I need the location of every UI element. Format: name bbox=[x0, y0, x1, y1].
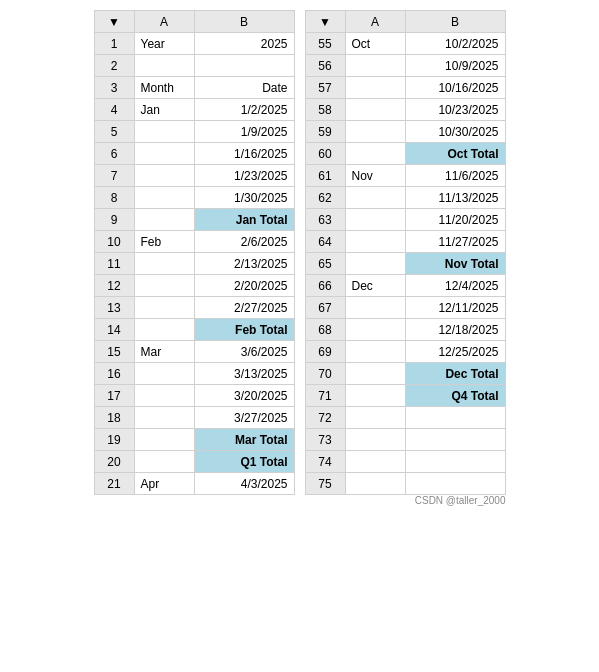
cell-b: 1/2/2025 bbox=[194, 99, 294, 121]
row-number: 63 bbox=[305, 209, 345, 231]
table-row: 55Oct10/2/2025 bbox=[305, 33, 505, 55]
table-row: 6411/27/2025 bbox=[305, 231, 505, 253]
cell-b: Feb Total bbox=[194, 319, 294, 341]
cell-a bbox=[134, 187, 194, 209]
cell-a: Year bbox=[134, 33, 194, 55]
row-number: 71 bbox=[305, 385, 345, 407]
table-row: 122/20/2025 bbox=[94, 275, 294, 297]
cell-b: Dec Total bbox=[405, 363, 505, 385]
cell-a: Mar bbox=[134, 341, 194, 363]
table-row: 21Apr4/3/2025 bbox=[94, 473, 294, 495]
cell-b: 12/4/2025 bbox=[405, 275, 505, 297]
row-number: 61 bbox=[305, 165, 345, 187]
row-number: 74 bbox=[305, 451, 345, 473]
row-number: 65 bbox=[305, 253, 345, 275]
table-row: 15Mar3/6/2025 bbox=[94, 341, 294, 363]
row-number: 13 bbox=[94, 297, 134, 319]
table-row: 6912/25/2025 bbox=[305, 341, 505, 363]
cell-a bbox=[345, 253, 405, 275]
cell-a bbox=[345, 319, 405, 341]
cell-b: 10/23/2025 bbox=[405, 99, 505, 121]
row-number: 1 bbox=[94, 33, 134, 55]
cell-b: 2/6/2025 bbox=[194, 231, 294, 253]
cell-a bbox=[134, 319, 194, 341]
cell-b: 2/27/2025 bbox=[194, 297, 294, 319]
row-number: 6 bbox=[94, 143, 134, 165]
cell-a bbox=[134, 429, 194, 451]
cell-a bbox=[134, 275, 194, 297]
cell-b bbox=[405, 451, 505, 473]
cell-a: Feb bbox=[134, 231, 194, 253]
cell-b: 1/16/2025 bbox=[194, 143, 294, 165]
row-number: 5 bbox=[94, 121, 134, 143]
cell-a bbox=[134, 209, 194, 231]
cell-a bbox=[134, 297, 194, 319]
row-number: 4 bbox=[94, 99, 134, 121]
table-row: 3MonthDate bbox=[94, 77, 294, 99]
col-header-a-left: A bbox=[134, 11, 194, 33]
cell-a bbox=[345, 363, 405, 385]
cell-b: 12/18/2025 bbox=[405, 319, 505, 341]
cell-a bbox=[345, 473, 405, 495]
cell-b: 10/30/2025 bbox=[405, 121, 505, 143]
table-row: 1Year2025 bbox=[94, 33, 294, 55]
table-row: 65Nov Total bbox=[305, 253, 505, 275]
cell-a bbox=[345, 341, 405, 363]
table-row: 9Jan Total bbox=[94, 209, 294, 231]
table-row: 183/27/2025 bbox=[94, 407, 294, 429]
cell-a bbox=[345, 385, 405, 407]
cell-a bbox=[345, 187, 405, 209]
cell-b: 2/20/2025 bbox=[194, 275, 294, 297]
table-row: 4Jan1/2/2025 bbox=[94, 99, 294, 121]
row-number: 19 bbox=[94, 429, 134, 451]
row-number: 21 bbox=[94, 473, 134, 495]
row-number: 57 bbox=[305, 77, 345, 99]
row-number: 9 bbox=[94, 209, 134, 231]
cell-b: 11/27/2025 bbox=[405, 231, 505, 253]
table-row: 6712/11/2025 bbox=[305, 297, 505, 319]
table-row: 112/13/2025 bbox=[94, 253, 294, 275]
cell-a bbox=[345, 99, 405, 121]
row-number: 59 bbox=[305, 121, 345, 143]
table-row: 20Q1 Total bbox=[94, 451, 294, 473]
cell-b: Date bbox=[194, 77, 294, 99]
row-number: 60 bbox=[305, 143, 345, 165]
cell-b: 3/13/2025 bbox=[194, 363, 294, 385]
table-row: 81/30/2025 bbox=[94, 187, 294, 209]
row-number: 72 bbox=[305, 407, 345, 429]
row-number: 64 bbox=[305, 231, 345, 253]
table-row: 163/13/2025 bbox=[94, 363, 294, 385]
row-number: 58 bbox=[305, 99, 345, 121]
table-row: 6311/20/2025 bbox=[305, 209, 505, 231]
cell-b: Jan Total bbox=[194, 209, 294, 231]
right-table: ▼ A B 55Oct10/2/20255610/9/20255710/16/2… bbox=[305, 10, 506, 495]
cell-b: 11/13/2025 bbox=[405, 187, 505, 209]
table-row: 19Mar Total bbox=[94, 429, 294, 451]
cell-a bbox=[345, 55, 405, 77]
table-row: 2 bbox=[94, 55, 294, 77]
cell-a bbox=[134, 121, 194, 143]
cell-b bbox=[405, 407, 505, 429]
row-number: 17 bbox=[94, 385, 134, 407]
table-row: 60Oct Total bbox=[305, 143, 505, 165]
cell-a bbox=[134, 407, 194, 429]
row-number: 3 bbox=[94, 77, 134, 99]
watermark-text: CSDN @taller_2000 bbox=[305, 495, 506, 506]
row-number: 70 bbox=[305, 363, 345, 385]
table-row: 71Q4 Total bbox=[305, 385, 505, 407]
cell-b: 3/20/2025 bbox=[194, 385, 294, 407]
cell-a bbox=[345, 77, 405, 99]
cell-b: 1/9/2025 bbox=[194, 121, 294, 143]
table-row: 10Feb2/6/2025 bbox=[94, 231, 294, 253]
cell-b: 4/3/2025 bbox=[194, 473, 294, 495]
row-number: 75 bbox=[305, 473, 345, 495]
right-sheet: ▼ A B 55Oct10/2/20255610/9/20255710/16/2… bbox=[305, 10, 506, 506]
cell-b: 1/30/2025 bbox=[194, 187, 294, 209]
table-row: 5910/30/2025 bbox=[305, 121, 505, 143]
cell-a bbox=[134, 363, 194, 385]
cell-a bbox=[345, 231, 405, 253]
cell-b: 3/27/2025 bbox=[194, 407, 294, 429]
table-row: 5610/9/2025 bbox=[305, 55, 505, 77]
row-number: 55 bbox=[305, 33, 345, 55]
cell-b: Q4 Total bbox=[405, 385, 505, 407]
